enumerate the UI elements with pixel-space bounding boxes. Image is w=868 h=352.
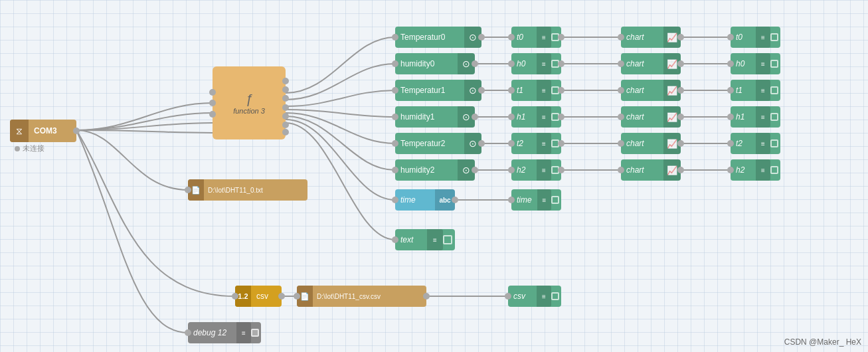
chart-h0-out	[677, 60, 684, 67]
t0-in-port	[508, 34, 515, 41]
file-csv-node[interactable]: 📄 D:\Iot\DHT11_csv.csv	[297, 286, 426, 307]
func-input-port1	[209, 89, 216, 96]
func-out2	[282, 86, 289, 93]
csv-in-port	[232, 293, 238, 300]
file-csv-label: D:\Iot\DHT11_csv.csv	[313, 293, 426, 300]
disconnected-dot	[15, 146, 20, 151]
chart-h2-node[interactable]: chart 📈	[621, 159, 681, 181]
flow-canvas[interactable]: ⧖ COM3 未连接 ƒ function 3 📄 D:\Iot\DHT11_0…	[0, 0, 868, 352]
h1-in-port	[508, 114, 515, 120]
debug12-in	[185, 329, 191, 336]
out-h2-menu: ≡	[756, 159, 770, 181]
temp1-node[interactable]: Temperatur1 ⊙	[395, 80, 481, 101]
h1-label: h1	[511, 112, 537, 122]
humid0-node[interactable]: humidity0 ⊙	[395, 53, 475, 74]
out-t2-menu: ≡	[756, 133, 770, 154]
out-h1-node[interactable]: h1 ≡	[731, 106, 780, 128]
out-h1-label: h1	[731, 112, 756, 122]
chart-t2-node[interactable]: chart 📈	[621, 133, 681, 154]
chart-h0-node[interactable]: chart 📈	[621, 53, 681, 74]
out-h1-in	[727, 114, 734, 120]
t1-out-port	[558, 87, 564, 94]
chart-t2-in	[618, 140, 624, 147]
h2-out-port	[558, 167, 564, 173]
t2-out-node[interactable]: t2 ≡	[511, 133, 561, 154]
t0-menu: ≡	[537, 27, 551, 48]
t0-out-node[interactable]: t0 ≡	[511, 27, 561, 48]
func-out3	[282, 95, 289, 102]
func-out4	[282, 104, 289, 111]
text-node[interactable]: text ≡	[395, 229, 455, 250]
humid0-in	[392, 60, 398, 67]
out-t1-in	[727, 87, 734, 94]
out-t0-in	[727, 34, 734, 41]
out-t0-node[interactable]: t0 ≡	[731, 27, 780, 48]
func-out6	[282, 122, 289, 128]
time-in-port	[392, 197, 398, 203]
time-in-node[interactable]: time abc	[395, 189, 455, 211]
out-h2-label: h2	[731, 165, 756, 175]
temp2-node[interactable]: Temperatur2 ⊙	[395, 133, 481, 154]
text-label: text	[395, 235, 427, 244]
csv-in-label: csv	[251, 292, 282, 301]
humid2-node[interactable]: humidity2 ⊙	[395, 159, 475, 181]
time-out-node[interactable]: time ≡	[511, 189, 561, 211]
out-h0-node[interactable]: h0 ≡	[731, 53, 780, 74]
file1-node[interactable]: 📄 D:\Iot\DHT11_0.txt	[188, 179, 307, 201]
humid1-node[interactable]: humidity1 ⊙	[395, 106, 475, 128]
chart-t0-in	[618, 34, 624, 41]
t1-out-node[interactable]: t1 ≡	[511, 80, 561, 101]
temp1-out	[478, 87, 485, 94]
file-csv-in	[294, 293, 300, 300]
debug12-node[interactable]: debug 12 ≡	[188, 322, 261, 343]
out-h1-sq	[770, 113, 778, 121]
com3-output-port	[73, 128, 80, 134]
temp2-label: Temperatur2	[395, 139, 464, 148]
chart-h0-in	[618, 60, 624, 67]
t0-label: t0	[511, 33, 537, 42]
t1-menu: ≡	[537, 80, 551, 101]
text-square	[443, 235, 452, 244]
chart-t0-out	[677, 34, 684, 41]
temp0-out	[478, 34, 485, 41]
h1-menu: ≡	[537, 106, 551, 128]
serial-icon: ⧖	[10, 120, 29, 142]
time-out-menu: ≡	[537, 189, 552, 211]
h1-out-port	[558, 114, 564, 120]
out-t1-node[interactable]: t1 ≡	[731, 80, 780, 101]
h1-out-node[interactable]: h1 ≡	[511, 106, 561, 128]
csv-in-node[interactable]: 1.2 csv	[235, 286, 282, 307]
h0-out-port	[558, 60, 564, 67]
watermark-text: CSDN @Maker_ HeX	[784, 337, 861, 347]
h2-label: h2	[511, 165, 537, 175]
chart-h1-node[interactable]: chart 📈	[621, 106, 681, 128]
com3-node[interactable]: ⧖ COM3	[10, 120, 76, 142]
chart-t1-node[interactable]: chart 📈	[621, 80, 681, 101]
out-t2-node[interactable]: t2 ≡	[731, 133, 780, 154]
chart-t0-node[interactable]: chart 📈	[621, 27, 681, 48]
func-input-port3	[209, 111, 216, 118]
out-t2-in	[727, 140, 734, 147]
csv-out-node[interactable]: csv ≡	[508, 286, 561, 307]
chart-t0-label: chart	[621, 33, 663, 42]
csv-out-label: csv	[508, 292, 537, 301]
temp2-in	[392, 140, 398, 147]
debug12-sq	[251, 329, 259, 337]
h0-out-node[interactable]: h0 ≡	[511, 53, 561, 74]
humid0-label: humidity0	[395, 59, 458, 68]
h2-out-node[interactable]: h2 ≡	[511, 159, 561, 181]
humid1-label: humidity1	[395, 112, 458, 122]
humid1-out	[472, 114, 478, 120]
disconnected-label: 未连接	[23, 143, 44, 153]
humid1-in	[392, 114, 398, 120]
out-h2-node[interactable]: h2 ≡	[731, 159, 780, 181]
temp0-node[interactable]: Temperatur0 ⊙	[395, 27, 481, 48]
out-h2-sq	[770, 166, 778, 174]
t1-in-port	[508, 87, 515, 94]
temp1-in	[392, 87, 398, 94]
function3-node[interactable]: ƒ function 3	[213, 66, 286, 139]
chart-t1-label: chart	[621, 86, 663, 95]
humid2-in	[392, 167, 398, 173]
h0-menu: ≡	[537, 53, 551, 74]
chart-h1-label: chart	[621, 112, 663, 122]
